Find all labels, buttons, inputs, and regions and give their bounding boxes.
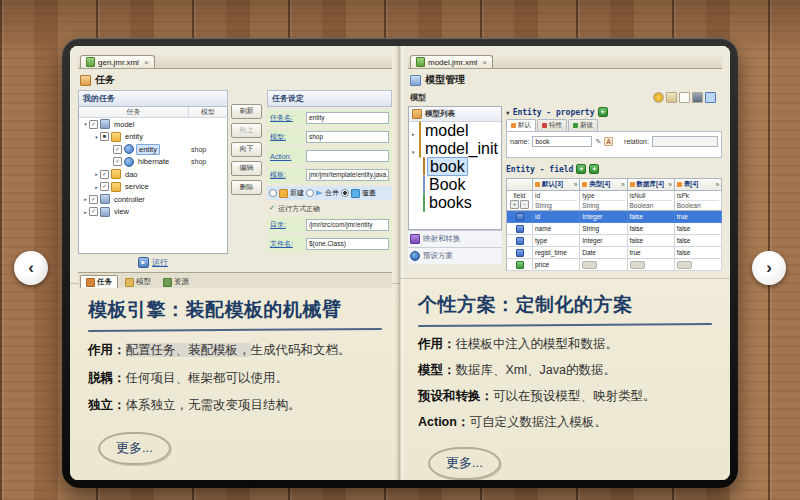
model-node-label[interactable]: Book [427,176,467,193]
task-tree-row[interactable]: ▸ ✓ dao [79,168,227,181]
more-button[interactable]: 更多... [98,432,171,465]
table-cell[interactable]: false [675,247,722,259]
font-icon[interactable]: A [604,137,613,146]
model-node-label[interactable]: model_init [423,140,500,157]
expander-icon[interactable]: ▾ [93,134,100,140]
task-tree-row-selected[interactable]: ✓ entity shop [79,143,227,156]
table-cell[interactable]: price [533,259,580,271]
task-tree-row[interactable]: ▸ ✓ view [79,206,227,219]
remove-row-icon[interactable]: - [520,200,529,209]
template-input[interactable]: jmr/jmr/template/entity.java.jet [306,169,389,181]
action-input[interactable] [306,150,389,162]
section-mapping-conversion[interactable]: 映射和转换 [408,230,502,247]
radio-overwrite[interactable] [341,189,349,197]
collapse-icon[interactable]: ▼ [506,109,510,116]
table-cell[interactable]: Integer [580,235,627,247]
open-model-icon[interactable] [666,92,677,103]
table-cell[interactable]: String [580,223,627,235]
task-node-label[interactable]: hibernate [136,157,171,166]
expander-icon[interactable]: ▸ [82,209,89,215]
tab-traits[interactable]: 特性 [537,119,567,131]
refresh-button[interactable]: 刷新 [231,104,262,119]
task-name-label[interactable]: 任务名: [270,113,306,123]
expander-icon[interactable]: ▸ [93,171,100,177]
radio-new[interactable] [269,189,277,197]
model-tree-row[interactable]: ▾ model_init [409,140,501,158]
move-up-button[interactable]: 向上 [231,123,262,138]
row-icon-cell[interactable] [507,223,533,235]
chevrons-icon[interactable]: » [715,181,719,188]
group-table[interactable]: 表[4]» [675,179,722,191]
checkbox-icon[interactable]: ✓ [100,182,109,191]
carousel-next-button[interactable]: › [752,251,786,285]
task-tree-row[interactable]: ▸ ✓ service [79,181,227,194]
table-cell[interactable]: Integer [580,211,627,223]
table-cell[interactable]: name [533,223,580,235]
table-cell[interactable]: true [675,211,722,223]
model-tree-row-selected[interactable]: book [409,158,501,176]
row-icon-cell[interactable] [507,259,533,271]
table-cell[interactable]: Date [580,247,627,259]
row-icon-cell[interactable] [507,211,533,223]
subheader-id[interactable]: idString [533,191,580,211]
add-field-group-icon[interactable]: + [589,164,599,174]
filename-input[interactable]: $(one.Class) [306,238,389,250]
save-model-icon[interactable] [679,92,690,103]
expander-icon[interactable]: ▸ [82,196,89,202]
chevrons-icon[interactable]: » [621,181,625,188]
model-node-label[interactable]: model [423,122,471,139]
task-node-label[interactable]: view [112,207,131,216]
row-icon-cell[interactable] [507,235,533,247]
close-icon[interactable]: × [482,58,487,67]
filename-label-link[interactable]: 文件名: [270,239,306,249]
expander-icon[interactable]: ▾ [412,149,415,155]
radio-new-label[interactable]: 新建 [290,188,304,198]
task-name-input[interactable]: entity [306,112,389,124]
expander-icon[interactable]: ▸ [93,184,100,190]
directory-input[interactable]: /jmr/src/com/jmr/entity [306,219,389,231]
add-row-icon[interactable]: + [510,200,519,209]
chevrons-icon[interactable]: » [574,181,578,188]
subheader-isnull[interactable]: isNullBoolean [628,191,675,211]
directory-label[interactable]: 目录: [270,220,306,230]
run-label[interactable]: 运行 [152,257,168,268]
edit-icon[interactable]: ✎ [595,138,601,146]
radio-overwrite-label[interactable]: 覆盖 [362,188,376,198]
model-tree-row[interactable]: books [409,194,501,212]
table-cell[interactable]: id [533,211,580,223]
checkbox-icon[interactable]: ✓ [113,157,122,166]
section-preset-scheme[interactable]: 预设方案 [408,247,502,264]
task-tree-row[interactable]: ▸ ✓ controller [79,193,227,206]
table-cell[interactable]: false [628,223,675,235]
link-model-icon[interactable] [705,92,716,103]
expander-icon[interactable]: ▸ [412,131,415,137]
tab-default[interactable]: 默认 [506,119,536,131]
close-icon[interactable]: × [144,58,149,67]
table-cell[interactable]: regist_time [533,247,580,259]
task-node-label[interactable]: model [112,120,136,129]
table-cell[interactable]: false [628,235,675,247]
more-button[interactable]: 更多... [428,447,501,480]
task-tree-row[interactable]: ✓ hibernate shop [79,156,227,169]
column-task[interactable]: 任务 [79,107,188,117]
relation-input[interactable] [652,136,718,147]
group-database[interactable]: 数据库[4]» [628,179,675,191]
task-tree-row[interactable]: ▾ ✓ model [79,118,227,131]
checkbox-icon[interactable]: ✓ [89,195,98,204]
group-type[interactable]: 类型[4]» [580,179,627,191]
edit-button[interactable]: 编辑 [231,161,262,176]
carousel-prev-button[interactable]: ‹ [14,251,48,285]
row-icon-cell[interactable] [507,247,533,259]
move-down-button[interactable]: 向下 [231,142,262,157]
model-node-label[interactable]: book [427,157,468,176]
task-node-label[interactable]: controller [112,195,147,204]
model-tree-row[interactable]: ▸ model [409,122,501,140]
tab-gen-jmr-xml[interactable]: gen.jmr.xml × [80,55,155,68]
task-node-label[interactable]: dao [123,170,140,179]
table-cell[interactable]: true [628,247,675,259]
delete-button[interactable]: 删除 [231,180,262,195]
checkbox-icon[interactable]: ✓ [113,145,122,154]
delete-model-icon[interactable] [692,92,703,103]
table-cell[interactable]: false [675,235,722,247]
task-node-label[interactable]: entity [123,132,145,141]
